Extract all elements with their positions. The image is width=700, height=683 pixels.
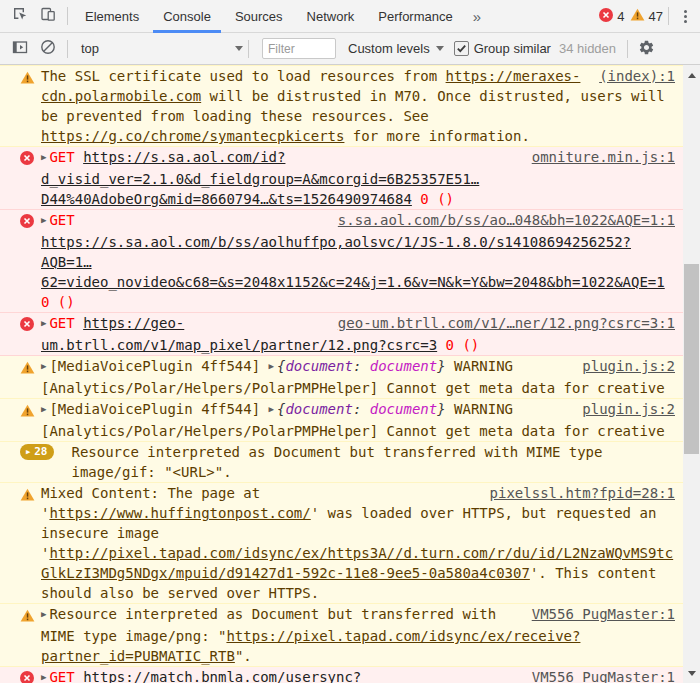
- scrollbar[interactable]: [683, 65, 700, 683]
- source-link[interactable]: plugin.js:2: [582, 399, 675, 419]
- error-icon: [20, 150, 35, 170]
- source-link[interactable]: VM556 PugMaster:1: [532, 604, 675, 624]
- error-count-badge[interactable]: 4: [599, 8, 624, 25]
- divider: [627, 40, 628, 58]
- console-message: (index):1The SSL certificate used to loa…: [0, 65, 683, 147]
- expand-caret: ▶: [26, 442, 30, 462]
- warning-icon: [20, 359, 35, 379]
- message-segment: :: [353, 401, 370, 417]
- clear-console-button[interactable]: [34, 36, 62, 62]
- message-segment: GET: [49, 149, 83, 165]
- source-link[interactable]: plugin.js:2: [582, 356, 675, 376]
- kebab-dot: [684, 20, 687, 23]
- message-text: s.sa.aol.com/b/ss/ao…048&bh=1022&AQE=1:1…: [41, 210, 683, 312]
- log-levels-label: Custom levels: [348, 41, 430, 56]
- log-levels-dropdown[interactable]: Custom levels: [348, 41, 444, 56]
- message-segment: 0 (): [437, 337, 479, 353]
- console-message: geo-um.btrll.com/v1/…ner/12.png?csrc=3:1…: [0, 313, 683, 356]
- console-message: pixelssl.htm?fpid=28:1Mixed Content: The…: [0, 483, 683, 604]
- tab-performance[interactable]: Performance: [366, 0, 464, 33]
- scroll-up-button[interactable]: [683, 67, 700, 83]
- source-link[interactable]: pixelssl.htm?fpid=28:1: [490, 483, 675, 503]
- chevron-down-icon: [436, 46, 444, 51]
- message-segment: document: [370, 358, 437, 374]
- checkmark-icon: [456, 43, 467, 54]
- message-text: VM556 PugMaster:1▶Resource interpreted a…: [41, 604, 683, 666]
- console-settings-button[interactable]: [633, 36, 659, 62]
- source-link[interactable]: geo-um.btrll.com/v1/…ner/12.png?csrc=3:1: [338, 313, 675, 333]
- devtools-menu-button[interactable]: [674, 3, 696, 29]
- divider: [248, 40, 249, 58]
- warning-icon: [20, 402, 35, 422]
- message-segment: for more information.: [344, 128, 529, 144]
- kebab-dot: [684, 10, 687, 13]
- tab-elements[interactable]: Elements: [73, 0, 151, 33]
- expand-caret[interactable]: ▶: [269, 356, 274, 376]
- filter-input[interactable]: [262, 38, 336, 59]
- message-link[interactable]: https://g.co/chrome/symantecpkicerts: [41, 128, 344, 144]
- message-segment: GET: [49, 669, 83, 683]
- more-tabs-button[interactable]: »: [465, 0, 489, 33]
- inspect-element-button[interactable]: [6, 3, 34, 29]
- expand-caret[interactable]: ▶: [41, 147, 46, 167]
- message-segment: GET: [49, 212, 74, 228]
- message-segment: }: [437, 401, 445, 417]
- tab-console[interactable]: Console: [151, 0, 223, 33]
- console-message: s.sa.aol.com/b/ss/ao…048&bh=1022&AQE=1:1…: [0, 210, 683, 313]
- group-similar-label[interactable]: Group similar: [474, 41, 551, 56]
- error-icon: [20, 670, 35, 683]
- warning-icon: [20, 69, 35, 89]
- device-toolbar-icon: [40, 6, 56, 26]
- source-link[interactable]: (index):1: [599, 66, 675, 86]
- divider: [668, 7, 669, 25]
- triangle-down-icon: [688, 671, 696, 676]
- divider: [67, 40, 68, 58]
- console-toolbar: top Custom levels Group similar 34 hidde…: [0, 33, 700, 65]
- message-segment: 0 (): [41, 294, 75, 310]
- warning-count-badge[interactable]: 47: [630, 8, 663, 24]
- device-toolbar-button[interactable]: [34, 3, 62, 29]
- scroll-down-button[interactable]: [683, 665, 700, 681]
- console-message: plugin.js:2▶[MediaVoicePlugin 4ff544] ▶{…: [0, 356, 683, 399]
- console-message: omniture.min.js:1▶GET https://s.sa.aol.c…: [0, 147, 683, 210]
- console-sidebar-toggle-button[interactable]: [6, 36, 34, 62]
- warning-icon: [20, 607, 35, 627]
- devtools-window: Elements Console Sources Network Perform…: [0, 0, 700, 683]
- kebab-dot: [684, 15, 687, 18]
- message-segment: ".: [235, 648, 252, 664]
- expand-caret[interactable]: ▶: [41, 356, 46, 376]
- sidebar-panel-icon: [12, 39, 28, 58]
- source-link[interactable]: VM556 PugMaster:1: [532, 667, 675, 683]
- tab-network[interactable]: Network: [295, 0, 367, 33]
- message-segment: document: [370, 401, 437, 417]
- group-similar-checkbox[interactable]: [454, 41, 469, 56]
- console-message: ▶28Resource interpreted as Document but …: [0, 442, 683, 483]
- error-icon: [20, 213, 35, 233]
- message-link[interactable]: https://s.sa.aol.com/b/ss/aolhuffpo,aols…: [41, 234, 665, 290]
- message-text: pixelssl.htm?fpid=28:1Mixed Content: The…: [41, 483, 683, 603]
- triangle-up-icon: [688, 73, 696, 78]
- expand-caret[interactable]: ▶: [41, 399, 46, 419]
- scrollbar-thumb[interactable]: [684, 264, 699, 454]
- message-segment: :: [353, 358, 370, 374]
- message-segment: document: [285, 358, 352, 374]
- expand-caret[interactable]: ▶: [41, 604, 46, 624]
- message-link[interactable]: https://www.huffingtonpost.com/: [49, 505, 310, 521]
- source-link[interactable]: s.sa.aol.com/b/ss/ao…048&bh=1022&AQE=1:1: [338, 210, 675, 230]
- expand-caret[interactable]: ▶: [41, 313, 46, 333]
- message-segment: document: [285, 401, 352, 417]
- warning-icon: [630, 8, 645, 24]
- warning-icon: [20, 486, 35, 506]
- tab-sources[interactable]: Sources: [223, 0, 295, 33]
- repeat-count-badge[interactable]: ▶28: [20, 444, 54, 460]
- message-segment: The SSL certificate used to load resourc…: [41, 68, 446, 84]
- source-link[interactable]: omniture.min.js:1: [532, 147, 675, 167]
- gear-icon: [638, 39, 655, 59]
- message-text: Resource interpreted as Document but tra…: [71, 442, 683, 482]
- divider: [67, 7, 68, 25]
- expand-caret[interactable]: ▶: [41, 210, 46, 230]
- expand-caret[interactable]: ▶: [41, 667, 46, 683]
- javascript-context-select[interactable]: top: [81, 41, 243, 56]
- expand-caret[interactable]: ▶: [269, 399, 274, 419]
- message-segment: [MediaVoicePlugin 4ff544]: [49, 401, 268, 417]
